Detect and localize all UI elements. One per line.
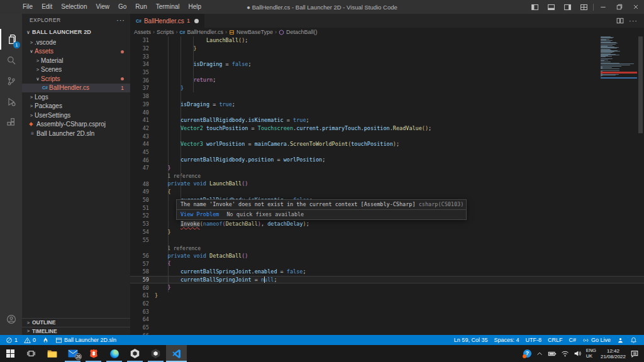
status-project[interactable]: Ball Launcher 2D.sln bbox=[52, 335, 119, 345]
file-tree-item-scripts[interactable]: ∨Scripts bbox=[22, 74, 130, 84]
line-number[interactable]: 41 bbox=[130, 117, 149, 123]
code-line-37[interactable]: 37 } bbox=[130, 84, 644, 92]
status-ln-59-col-35[interactable]: Ln 59, Col 35 bbox=[451, 335, 491, 345]
view-problem-link[interactable]: View Problem bbox=[180, 211, 219, 217]
line-number[interactable]: 33 bbox=[130, 53, 149, 60]
line-number[interactable]: 53 bbox=[130, 221, 149, 227]
menu-go[interactable]: Go bbox=[114, 0, 131, 14]
code-line-63[interactable]: 63 bbox=[130, 307, 644, 315]
file-tree-item-assembly-csharp-csproj[interactable]: Assembly-CSharp.csproj bbox=[22, 120, 130, 129]
layout-sidebar-icon[interactable] bbox=[526, 0, 543, 14]
line-number[interactable]: 44 bbox=[130, 141, 149, 147]
line-number[interactable]: 40 bbox=[130, 109, 149, 116]
close-icon[interactable] bbox=[628, 0, 644, 14]
file-tree-item-usersettings[interactable]: >UserSettings bbox=[22, 111, 130, 120]
modified-dot-icon[interactable] bbox=[194, 19, 199, 23]
code-line-53[interactable]: 53 Invoke(nameof(DetachBall), detachDela… bbox=[130, 220, 644, 228]
code-line-48[interactable]: 48 private void LaunchBall() bbox=[130, 180, 644, 188]
code-line-65[interactable]: 65 bbox=[130, 324, 644, 332]
taskbar-brave-icon[interactable] bbox=[83, 345, 104, 362]
taskbar-start-icon[interactable] bbox=[0, 345, 21, 362]
explorer-more-actions-icon[interactable]: ··· bbox=[116, 16, 125, 24]
code-line-40[interactable]: 40 bbox=[130, 108, 644, 116]
file-tree-item-ball-launcher-2d-sln[interactable]: ≡Ball Launcher 2D.sln bbox=[22, 129, 130, 138]
code-line-46[interactable]: 46 currentBallRigidbody.position = worlP… bbox=[130, 156, 644, 164]
tray-battery-icon[interactable] bbox=[548, 349, 557, 358]
line-number[interactable]: 57 bbox=[130, 261, 149, 267]
breadcrumb-item-scripts[interactable]: Scripts bbox=[157, 29, 174, 35]
code-line-33[interactable]: 33 bbox=[130, 52, 644, 60]
line-number[interactable]: 61 bbox=[130, 292, 149, 299]
minimap[interactable] bbox=[601, 36, 637, 80]
restore-icon[interactable] bbox=[611, 0, 628, 14]
activitybar-extensions-icon[interactable] bbox=[0, 112, 22, 133]
code-line-57[interactable]: 57 { bbox=[130, 260, 644, 268]
code-line-38[interactable]: 38 bbox=[130, 92, 644, 101]
file-tree-item--vscode[interactable]: >.vscode bbox=[22, 38, 130, 47]
line-number[interactable]: 36 bbox=[130, 77, 149, 84]
line-number[interactable]: 52 bbox=[130, 212, 149, 219]
status-bell[interactable] bbox=[627, 335, 640, 345]
menu-view[interactable]: View bbox=[92, 0, 114, 14]
tab-ballhendler[interactable]: C# BallHendler.cs 1 bbox=[130, 14, 204, 28]
activitybar-search-icon[interactable] bbox=[0, 50, 22, 70]
status-broadcast[interactable]: Go Live bbox=[579, 335, 614, 345]
code-line-58[interactable]: 58 currentBallSpringJoint.enabled = fals… bbox=[130, 268, 644, 276]
code-line-32[interactable]: 32 } bbox=[130, 45, 644, 53]
status-warning[interactable]: 0 bbox=[21, 335, 39, 345]
code-editor[interactable]: 31 LaunchBall();32 }3334 isDraging = fal… bbox=[130, 36, 644, 335]
taskbar-edge-icon[interactable] bbox=[104, 345, 125, 362]
code-line-64[interactable]: 64 bbox=[130, 315, 644, 324]
menu-run[interactable]: Run bbox=[131, 0, 151, 14]
layout-panel-icon[interactable] bbox=[543, 0, 559, 14]
status-omnisharp-flame[interactable] bbox=[39, 335, 52, 345]
tray-volume-icon[interactable] bbox=[574, 349, 582, 358]
codelens[interactable]: 1 reference bbox=[130, 172, 644, 180]
line-number[interactable]: 60 bbox=[130, 285, 149, 291]
code-line-39[interactable]: 39 isDraging = true; bbox=[130, 101, 644, 109]
tray-action-center-icon[interactable] bbox=[630, 349, 639, 358]
file-tree-item-scenes[interactable]: >Scenes bbox=[22, 65, 130, 75]
line-number[interactable]: 55 bbox=[130, 237, 149, 243]
line-number[interactable]: 31 bbox=[130, 37, 149, 43]
activitybar-source-control-icon[interactable] bbox=[0, 70, 22, 91]
taskbar-vscode-icon[interactable] bbox=[166, 345, 187, 362]
code-line-47[interactable]: 47 } bbox=[130, 164, 644, 172]
line-number[interactable]: 37 bbox=[130, 85, 149, 91]
line-number[interactable]: 56 bbox=[130, 253, 149, 259]
panel-outline[interactable]: >OUTLINE bbox=[22, 318, 130, 327]
clock[interactable]: 12:4221/08/2022 bbox=[601, 348, 626, 359]
line-number[interactable]: 46 bbox=[130, 157, 149, 163]
breadcrumb-item-newbasetype[interactable]: NewBaseType bbox=[229, 29, 273, 35]
more-actions-icon[interactable]: ··· bbox=[629, 17, 638, 25]
layout-customize-icon[interactable] bbox=[575, 0, 592, 14]
line-number[interactable]: 51 bbox=[130, 205, 149, 211]
line-number[interactable]: 63 bbox=[130, 309, 149, 315]
status-spaces-4[interactable]: Spaces: 4 bbox=[491, 335, 522, 345]
activitybar-account-icon[interactable] bbox=[0, 309, 22, 329]
tray-help-icon[interactable]: ? bbox=[523, 349, 531, 358]
menu-selection[interactable]: Selection bbox=[57, 0, 91, 14]
split-editor-icon[interactable] bbox=[616, 17, 624, 25]
status-utf-8[interactable]: UTF-8 bbox=[522, 335, 545, 345]
code-line-31[interactable]: 31 LaunchBall(); bbox=[130, 36, 644, 45]
line-number[interactable]: 64 bbox=[130, 316, 149, 322]
line-number[interactable]: 42 bbox=[130, 125, 149, 131]
line-number[interactable]: 32 bbox=[130, 45, 149, 52]
line-number[interactable]: 54 bbox=[130, 229, 149, 235]
breadcrumb-item-detachball-[interactable]: DetachBall() bbox=[279, 29, 318, 35]
code-line-36[interactable]: 36 return; bbox=[130, 76, 644, 84]
codelens[interactable]: 1 reference bbox=[130, 244, 644, 252]
taskbar-task-view-icon[interactable] bbox=[21, 345, 42, 362]
taskbar-unity-hub-icon[interactable] bbox=[125, 345, 145, 362]
workspace-section-header[interactable]: ∨ BALL LAUNCHER 2D bbox=[22, 26, 130, 38]
taskbar-mail-icon[interactable]: 26 bbox=[62, 345, 83, 362]
file-tree-item-ballhendler-cs[interactable]: C#BallHendler.cs1 bbox=[22, 84, 130, 93]
language-indicator[interactable]: ENGUK bbox=[586, 348, 596, 359]
line-number[interactable]: 39 bbox=[130, 101, 149, 107]
code-line-34[interactable]: 34 isDraging = false; bbox=[130, 60, 644, 69]
code-line-54[interactable]: 54 } bbox=[130, 228, 644, 236]
code-line-35[interactable]: 35 bbox=[130, 69, 644, 77]
line-number[interactable]: 58 bbox=[130, 268, 149, 275]
line-number[interactable]: 34 bbox=[130, 61, 149, 67]
